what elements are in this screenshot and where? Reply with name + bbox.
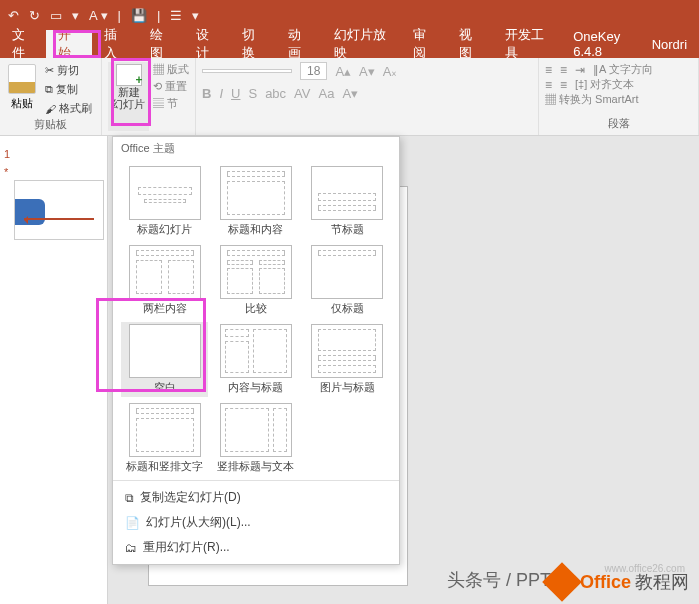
layout-content-caption[interactable]: 内容与标题 (212, 322, 299, 397)
slide-thumbnail-1[interactable] (14, 180, 104, 240)
cut-button[interactable]: ✂剪切 (42, 62, 95, 79)
section-icon: ▤ (153, 97, 164, 109)
office-logo-icon (542, 562, 582, 602)
watermark-url: www.office26.com (605, 563, 685, 574)
shadow-button[interactable]: abc (265, 86, 286, 101)
bold-button[interactable]: B (202, 86, 211, 101)
case-button[interactable]: Aa (319, 86, 335, 101)
gallery-theme-header: Office 主题 (113, 137, 399, 160)
strike-button[interactable]: S (248, 86, 257, 101)
gallery-footer: ⧉复制选定幻灯片(D) 📄幻灯片(从大纲)(L)... 🗂重用幻灯片(R)... (113, 480, 399, 564)
layout-button[interactable]: ▦ 版式 (153, 62, 189, 77)
redo-icon[interactable]: ↻ (29, 8, 40, 23)
layout-picture-caption[interactable]: 图片与标题 (304, 322, 391, 397)
spacing-button[interactable]: AV (294, 86, 310, 101)
paragraph-group-label: 段落 (545, 116, 692, 131)
font-size-combo[interactable]: 18 (300, 62, 327, 80)
slide-number: 1 (4, 148, 10, 160)
font-family-combo[interactable] (202, 69, 292, 73)
clipboard-group: 粘贴 ✂剪切 ⧉复制 🖌格式刷 剪贴板 (0, 58, 102, 135)
indent-icon[interactable]: ⇥ (575, 63, 585, 77)
slide-thumbnail-panel: 1 * (0, 136, 108, 604)
tab-file[interactable]: 文件 (0, 30, 46, 58)
numbering-icon[interactable]: ≡ (560, 63, 567, 77)
layout-title-content[interactable]: 标题和内容 (212, 164, 299, 239)
tab-home[interactable]: 开始 (46, 30, 92, 58)
slide-animation-indicator: * (4, 166, 8, 178)
brush-icon: 🖌 (45, 103, 56, 115)
tab-developer[interactable]: 开发工具 (493, 30, 561, 58)
clear-format-icon[interactable]: Aₓ (383, 64, 398, 79)
paste-label: 粘贴 (11, 96, 33, 111)
ribbon: 粘贴 ✂剪切 ⧉复制 🖌格式刷 剪贴板 新建 幻灯片 ▦ 版式 ⟲ 重置 ▤ 节… (0, 58, 699, 136)
align-left-icon[interactable]: ≡ (545, 78, 552, 92)
new-slide-layout-gallery: Office 主题 标题幻灯片 标题和内容 节标题 两栏内容 比较 仅标题 空白 (112, 136, 400, 565)
slides-from-outline-cmd[interactable]: 📄幻灯片(从大纲)(L)... (113, 510, 399, 535)
bullets-icon[interactable]: ≡ (545, 63, 552, 77)
tab-slideshow[interactable]: 幻灯片放映 (322, 30, 401, 58)
layout-vertical-title-text[interactable]: 竖排标题与文本 (212, 401, 299, 476)
font-group: 18 A▴ A▾ Aₓ B I U S abc AV Aa A▾ (196, 58, 539, 135)
layout-blank[interactable]: 空白 (121, 322, 208, 397)
thumbnail-shape (14, 199, 45, 225)
reset-icon: ⟲ (153, 80, 162, 92)
tab-nordri[interactable]: Nordri (640, 30, 699, 58)
duplicate-slides-cmd[interactable]: ⧉复制选定幻灯片(D) (113, 485, 399, 510)
layout-title-slide[interactable]: 标题幻灯片 (121, 164, 208, 239)
paste-icon (8, 64, 36, 94)
align-center-icon[interactable]: ≡ (560, 78, 567, 92)
ribbon-tabs: 文件 开始 插入 绘图 设计 切换 动画 幻灯片放映 审阅 视图 开发工具 On… (0, 30, 699, 58)
align-text-button[interactable]: [‡] 对齐文本 (575, 77, 634, 92)
copy-button[interactable]: ⧉复制 (42, 81, 95, 98)
tab-review[interactable]: 审阅 (401, 30, 447, 58)
dropdown-icon[interactable]: ▾ (72, 8, 79, 23)
layout-two-content[interactable]: 两栏内容 (121, 243, 208, 318)
underline-button[interactable]: U (231, 86, 240, 101)
tab-draw[interactable]: 绘图 (138, 30, 184, 58)
layout-icon: ▦ (153, 63, 164, 75)
tab-view[interactable]: 视图 (447, 30, 493, 58)
layout-grid: 标题幻灯片 标题和内容 节标题 两栏内容 比较 仅标题 空白 内容与标题 (113, 160, 399, 480)
italic-button[interactable]: I (219, 86, 223, 101)
new-slide-button[interactable]: 新建 幻灯片 (108, 62, 149, 131)
layout-title-vertical-text[interactable]: 标题和竖排文字 (121, 401, 208, 476)
separator: | (118, 8, 121, 23)
tab-transitions[interactable]: 切换 (230, 30, 276, 58)
convert-smartart-button[interactable]: ▦ 转换为 SmartArt (545, 92, 639, 107)
font-icon[interactable]: A ▾ (89, 8, 108, 23)
start-from-beginning-icon[interactable]: ▭ (50, 8, 62, 23)
tab-animations[interactable]: 动画 (276, 30, 322, 58)
reuse-icon: 🗂 (125, 541, 137, 555)
font-color-button[interactable]: A▾ (342, 86, 358, 101)
paragraph-group: ≡≡⇥‖A 文字方向 ≡≡[‡] 对齐文本 ▦ 转换为 SmartArt 段落 (539, 58, 699, 135)
separator: | (157, 8, 160, 23)
paste-button[interactable]: 粘贴 (6, 62, 38, 117)
new-slide-icon (116, 64, 142, 86)
format-painter-button[interactable]: 🖌格式刷 (42, 100, 95, 117)
layout-comparison[interactable]: 比较 (212, 243, 299, 318)
save-icon[interactable]: 💾 (131, 8, 147, 23)
duplicate-icon: ⧉ (125, 491, 134, 505)
qat-customize-icon[interactable]: ▾ (192, 8, 199, 23)
new-slide-label: 新建 幻灯片 (112, 86, 145, 110)
touch-mode-icon[interactable]: ☰ (170, 8, 182, 23)
reuse-slides-cmd[interactable]: 🗂重用幻灯片(R)... (113, 535, 399, 560)
text-direction-button[interactable]: ‖A 文字方向 (593, 62, 653, 77)
increase-font-icon[interactable]: A▴ (335, 64, 351, 79)
tab-design[interactable]: 设计 (184, 30, 230, 58)
reset-button[interactable]: ⟲ 重置 (153, 79, 189, 94)
insertion-cursor (24, 218, 94, 220)
outline-icon: 📄 (125, 516, 140, 530)
undo-icon[interactable]: ↶ (8, 8, 19, 23)
decrease-font-icon[interactable]: A▾ (359, 64, 375, 79)
layout-section-header[interactable]: 节标题 (304, 164, 391, 239)
copy-icon: ⧉ (45, 83, 53, 96)
watermark-brand1: Office (580, 572, 631, 593)
slides-group: 新建 幻灯片 ▦ 版式 ⟲ 重置 ▤ 节 (102, 58, 196, 135)
section-button[interactable]: ▤ 节 (153, 96, 189, 111)
layout-title-only[interactable]: 仅标题 (304, 243, 391, 318)
cut-icon: ✂ (45, 64, 54, 77)
tab-insert[interactable]: 插入 (92, 30, 138, 58)
clipboard-group-label: 剪贴板 (6, 117, 95, 132)
tab-onekey[interactable]: OneKey 6.4.8 (561, 30, 639, 58)
